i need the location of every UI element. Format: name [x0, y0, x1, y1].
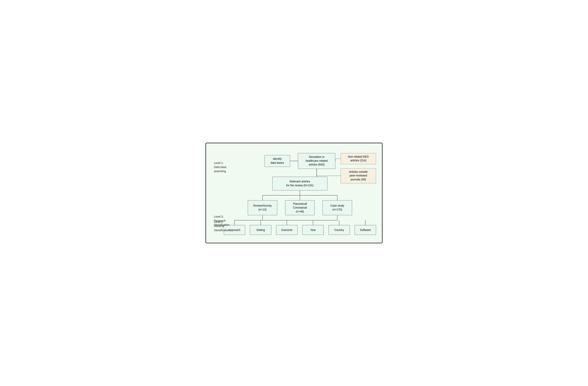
outcome-box: Outcome — [276, 225, 297, 235]
row4: Approach Setting Outcome Year Country So… — [224, 225, 376, 235]
exclusion-boxes: Non-related DES articles (314) Articles … — [341, 153, 376, 183]
row3: Review/Survey (n=13) Theoretical/ Concep… — [224, 200, 376, 215]
row1-main-boxes: Identify data bases Simulation in health… — [265, 153, 335, 169]
software-box: Software — [355, 225, 376, 235]
level3-label: Level 3: Research classification — [214, 215, 232, 227]
case-box: Case study (n=170) — [322, 200, 352, 215]
nonrelated-box: Non-related DES articles (314) — [341, 153, 376, 164]
year-box: Year — [302, 225, 324, 235]
review-box: Review/Survey (n=13) — [248, 200, 277, 215]
row1: Identify data bases Simulation in health… — [224, 153, 376, 169]
theoretical-box: Theoretical/ Conceptual (n=48) — [285, 200, 315, 215]
outside-box: Articles outside peer-reviewed journals … — [341, 168, 376, 183]
relevant-box: Relevant articles for the review (N=231) — [272, 177, 327, 191]
diagram-content: Level 1: Data base searching Identify da… — [212, 153, 376, 235]
identify-box: Identify data bases — [265, 155, 290, 167]
diagram-container: Level 1: Data base searching Identify da… — [206, 143, 382, 244]
simulation-box: Simulation in healthcare related article… — [298, 153, 335, 169]
country-box: Country — [328, 225, 350, 235]
setting-box: Setting — [250, 225, 271, 235]
